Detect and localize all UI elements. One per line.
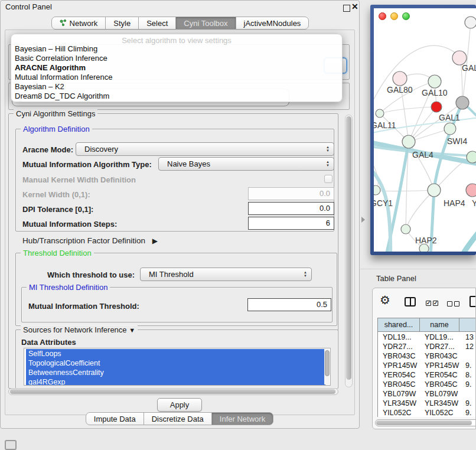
settings-horizontal-scrollbar[interactable] <box>8 388 338 395</box>
select-all-check-icon-2[interactable]: ✓ <box>433 301 438 306</box>
screenshot-root: Control Panel ✕ Network Style Select Cyn… <box>0 0 476 450</box>
hub-definition-label: Hub/Transcription Factor Definition <box>22 236 145 245</box>
which-threshold-combo[interactable]: MI Threshold ▲▼ <box>140 268 312 281</box>
float-window-icon[interactable] <box>343 5 350 12</box>
table-row[interactable]: YER054CYER054C8. <box>378 370 476 380</box>
deselect-all-icon[interactable] <box>447 301 452 306</box>
network-node-gal10[interactable] <box>428 75 441 88</box>
network-node-gal11[interactable] <box>376 109 384 118</box>
stepper-icon: ▲▼ <box>326 145 330 152</box>
column-header-name[interactable]: name <box>420 318 459 332</box>
list-item-selfloops[interactable]: SelfLoops <box>26 349 325 358</box>
column-header-clipped[interactable] <box>459 318 476 332</box>
column-header-shared-name[interactable]: shared... <box>378 318 420 332</box>
dropdown-item-aracne[interactable]: ARACNE Algorithm <box>15 63 338 73</box>
network-graph[interactable]: GALGAL80GAL10GAL1GAL11GAL4SWI4GCY1HAP4YH… <box>374 8 476 252</box>
clipped-toolbar-icon[interactable] <box>470 296 476 307</box>
control-panel-tabs: Network Style Select Cyni Toolbox jActiv… <box>1 17 360 30</box>
table-row[interactable]: YDL19...YDL19...13 <box>378 332 476 342</box>
data-attributes-list[interactable]: SelfLoops TopologicalCoefficient Between… <box>24 348 331 386</box>
gear-icon[interactable]: ⚙ <box>380 293 390 307</box>
table-row[interactable]: YIL052CYIL052C9. <box>378 408 476 416</box>
tab-select[interactable]: Select <box>138 17 176 30</box>
tab-cyni-toolbox-label: Cyni Toolbox <box>184 19 227 28</box>
network-node[interactable] <box>431 102 442 112</box>
panel-divider <box>360 269 476 269</box>
apply-button[interactable]: Apply <box>157 398 202 412</box>
which-threshold-label: Which threshold to use: <box>47 270 135 279</box>
network-node-gcy1[interactable] <box>374 185 380 195</box>
mi-type-combo[interactable]: Naive Bayes ▲▼ <box>158 157 334 171</box>
mi-steps-label: Mutual Information Steps: <box>22 220 117 229</box>
settings-vertical-scrollbar[interactable] <box>345 115 353 387</box>
dpi-tolerance-input[interactable]: 0.0 <box>248 202 334 215</box>
network-node-gal80[interactable] <box>393 71 407 86</box>
algorithm-dropdown-popup: Select algorithm to view settings Bayesi… <box>11 34 343 102</box>
settings-group-title: Cyni Algorithm Settings <box>14 109 97 118</box>
dropdown-item-bayesian-k2[interactable]: Bayesian – K2 <box>15 82 338 92</box>
list-scrollbar[interactable] <box>324 349 330 384</box>
list-scrollbar-thumb[interactable] <box>325 350 330 376</box>
panel-sash-arrow-icon[interactable] <box>361 217 365 223</box>
list-item-gal4rgexp[interactable]: gal4RGexp <box>26 377 325 386</box>
network-node-hap2[interactable] <box>401 224 410 234</box>
hub-definition-expander[interactable]: Hub/Transcription Factor Definition ▶ <box>22 236 158 245</box>
network-node[interactable] <box>419 244 429 252</box>
tab-network[interactable]: Network <box>51 17 106 30</box>
window-minimize-traffic-light-icon[interactable] <box>390 12 398 20</box>
network-node-y[interactable] <box>466 184 476 197</box>
tab-style[interactable]: Style <box>105 17 139 30</box>
table-horizontal-scrollbar-thumb[interactable] <box>376 420 472 425</box>
collapse-down-icon[interactable]: ▼ <box>129 327 135 334</box>
network-node[interactable] <box>465 17 476 28</box>
network-node-gal1[interactable] <box>444 123 456 135</box>
list-item-topologicalcoefficient[interactable]: TopologicalCoefficient <box>26 358 325 368</box>
network-node-swi4[interactable] <box>467 151 476 163</box>
table-row[interactable]: YBR045CYBR045C9. <box>378 380 476 389</box>
stepper-icon: ▲▼ <box>326 160 330 167</box>
kernel-width-input[interactable]: 0.0 <box>248 187 334 200</box>
select-all-check-icon[interactable]: ✓ <box>426 301 431 306</box>
window-close-traffic-light-icon[interactable] <box>379 12 386 20</box>
dropdown-item-mutual-information[interactable]: Mutual Information Inference <box>15 73 338 82</box>
network-node-hap4[interactable] <box>428 184 441 197</box>
settings-vertical-scrollbar-thumb[interactable] <box>346 116 351 380</box>
manual-kernel-checkbox[interactable] <box>324 175 332 183</box>
aracne-mode-combo[interactable]: Discovery ▲▼ <box>76 142 334 156</box>
table-row[interactable]: YBL079WYBL079W <box>378 389 476 399</box>
tab-discretize-data[interactable]: Discretize Data <box>144 412 212 425</box>
settings-horizontal-scrollbar-thumb[interactable] <box>10 389 335 394</box>
sources-title: Sources for Network Inference ▼ <box>21 325 138 334</box>
show-columns-icon[interactable] <box>405 297 416 306</box>
tab-infer-network[interactable]: Infer Network <box>211 412 273 425</box>
table-horizontal-scrollbar[interactable] <box>375 419 476 426</box>
dropdown-item-dream8[interactable]: Dream8 DC_TDC Algorithm <box>15 92 338 101</box>
expand-right-icon[interactable]: ▶ <box>152 237 158 245</box>
list-item-betweennesscentrality[interactable]: BetweennessCentrality <box>26 368 325 377</box>
clipped-corner-button[interactable] <box>5 440 17 450</box>
close-icon[interactable]: ✕ <box>351 2 358 11</box>
mi-threshold-input[interactable]: 0.5 <box>247 298 331 311</box>
network-node[interactable] <box>456 96 469 109</box>
table-row[interactable]: YDR27...YDR27...12 <box>378 342 476 351</box>
tab-jactivemnodules[interactable]: jActiveMNodules <box>236 17 309 30</box>
node-label-hap2: HAP2 <box>415 236 437 245</box>
tab-select-label: Select <box>146 19 168 28</box>
table-row[interactable]: YPR145WYPR145W9. <box>378 361 476 370</box>
table-row[interactable]: YBR043CYBR043C <box>378 351 476 361</box>
table-row[interactable]: YLR345WYLR345W9. <box>378 399 476 408</box>
dropdown-item-basic-correlation[interactable]: Basic Correlation Inference <box>15 54 338 63</box>
dropdown-item-bayesian-hill-climbing[interactable]: Bayesian – Hill Climbing <box>15 44 338 54</box>
network-view-window[interactable]: GALGAL80GAL10GAL1GAL11GAL4SWI4GCY1HAP4YH… <box>370 5 476 255</box>
network-canvas[interactable]: GALGAL80GAL10GAL1GAL11GAL4SWI4GCY1HAP4YH… <box>374 8 476 252</box>
mi-steps-input[interactable]: 6 <box>248 217 334 230</box>
tab-impute-data[interactable]: Impute Data <box>86 412 144 425</box>
node-label-swi4: SWI4 <box>447 136 467 146</box>
network-node-gal4[interactable] <box>402 135 415 148</box>
window-zoom-traffic-light-icon[interactable] <box>402 12 410 20</box>
dpi-tolerance-label: DPI Tolerance [0,1]: <box>22 205 93 214</box>
tab-impute-data-label: Impute Data <box>94 415 136 423</box>
tab-cyni-toolbox[interactable]: Cyni Toolbox <box>175 17 236 30</box>
tab-jactivemnodules-label: jActiveMNodules <box>244 19 301 28</box>
deselect-all-icon-2[interactable] <box>454 301 459 306</box>
